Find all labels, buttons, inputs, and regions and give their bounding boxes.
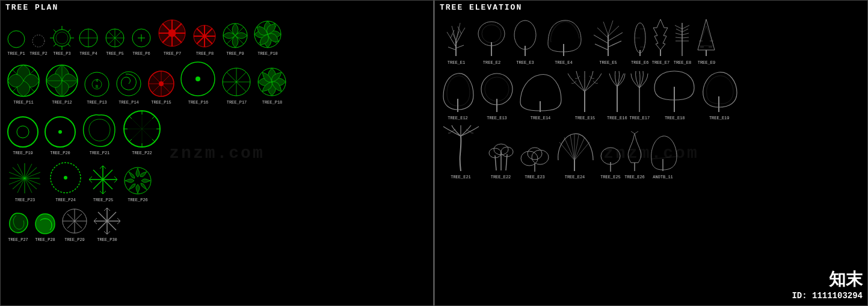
tree-e13: TREE_E13 (477, 70, 517, 122)
tree-e2: TREE_E2 (474, 16, 509, 66)
tree-p23: TREE_P23 (4, 159, 46, 204)
brand-chinese: 知末 (792, 268, 863, 291)
tree-p17: TREE_P17 (219, 64, 254, 106)
tree-p24: TREE_P24 (46, 158, 85, 204)
svg-point-64 (195, 76, 200, 81)
svg-point-28 (168, 30, 176, 37)
tree-p22: TREE_P22 (120, 107, 164, 157)
svg-text:4: 4 (96, 78, 98, 83)
svg-point-1 (32, 35, 45, 47)
tree-p27: TREE_P27 (4, 210, 32, 243)
tree-p7: TREE_P7 (155, 16, 190, 57)
tree-p4: TREE_P4 (75, 25, 102, 57)
tree-e25: TREE_E25 (599, 139, 623, 181)
tree-elevation-panel: TREE ELEVATION znzm.com TREE_E1 (434, 0, 868, 306)
svg-line-134 (451, 30, 454, 38)
svg-line-152 (597, 28, 608, 38)
tree-p9: TREE_P9 (220, 20, 251, 57)
svg-line-169 (682, 29, 688, 32)
tree-p30: TREE_P30 (91, 205, 123, 243)
tree-e14: TREE_E14 (517, 70, 564, 122)
tree-e15: TREE_E15 (564, 67, 606, 122)
tree-e17: TREE_E17 (629, 67, 651, 122)
right-panel-title: TREE ELEVATION (435, 1, 867, 14)
tree-e3: TREE_E3 (509, 16, 541, 66)
tree-p2: TREE_P2 (28, 31, 49, 57)
tree-e7: TREE_E7 (650, 16, 671, 66)
left-panel-title: TREE PLAN (1, 1, 433, 14)
svg-line-205 (574, 142, 589, 160)
svg-line-133 (447, 32, 451, 38)
svg-line-154 (603, 22, 608, 35)
tree-e9: TREE_E9 (693, 16, 719, 66)
svg-point-145 (514, 20, 536, 49)
tree-p6: TREE_P6 (128, 25, 155, 57)
svg-line-168 (682, 25, 689, 29)
anotb-11: ANOTB_11 (647, 131, 679, 181)
svg-line-163 (675, 25, 682, 29)
svg-point-0 (8, 31, 25, 48)
tree-p21: TREE_P21 (79, 109, 120, 157)
tree-e24: TREE_E24 (551, 129, 599, 181)
tree-e22: TREE_E22 (483, 136, 519, 181)
svg-line-166 (676, 37, 682, 38)
brand-id: ID: 1111103294 (792, 291, 863, 301)
tree-e26: TREE_E26 (623, 129, 647, 181)
tree-plan-panel: TREE PLAN znzm.com TREE_P1 TREE_P2 (0, 0, 434, 306)
svg-line-8 (68, 30, 70, 32)
tree-e23: TREE_E23 (519, 139, 551, 181)
svg-point-74 (58, 130, 62, 134)
tree-p19: TREE_P19 (4, 113, 42, 157)
svg-line-209 (631, 131, 635, 134)
svg-line-170 (682, 33, 689, 35)
tree-e8: TREE_E8 (671, 16, 693, 66)
svg-line-140 (456, 23, 460, 41)
tree-p15: TREE_P15 (145, 67, 177, 106)
svg-line-148 (595, 44, 608, 50)
tree-p25: TREE_P25 (85, 162, 121, 204)
svg-line-171 (682, 37, 689, 38)
tree-e4: TREE_E4 (541, 16, 586, 66)
svg-line-199 (559, 142, 574, 160)
tree-p8: TREE_P8 (190, 22, 220, 57)
svg-point-195 (521, 151, 538, 166)
tree-p1: TREE_P1 (4, 27, 28, 57)
svg-line-210 (635, 131, 638, 134)
tree-p5: TREE_P5 (102, 25, 128, 57)
tree-p11: TREE_P11 (4, 61, 43, 106)
tree-p29: TREE_P29 (58, 205, 91, 243)
svg-line-212 (651, 157, 677, 159)
tree-p13: 4 B TREE_P13 (81, 69, 112, 106)
svg-line-149 (608, 41, 621, 47)
svg-line-165 (676, 33, 682, 35)
tree-e18: TREE_E18 (651, 67, 698, 122)
tree-e21: TREE_E21 (439, 123, 483, 181)
svg-point-197 (528, 148, 542, 160)
tree-p20: TREE_P20 (42, 113, 79, 157)
svg-line-132 (456, 45, 464, 48)
tree-p26: TREE_P26 (121, 164, 155, 204)
tree-e5: TREE_E5 (586, 16, 630, 66)
tree-p12: TREE_P12 (43, 61, 81, 106)
svg-text:B: B (96, 84, 98, 89)
svg-point-3 (56, 32, 68, 44)
svg-point-207 (601, 148, 620, 164)
svg-line-131 (448, 47, 456, 50)
svg-line-201 (570, 135, 574, 160)
tree-p16: TREE_P16 (177, 58, 219, 106)
svg-line-153 (608, 26, 619, 36)
tree-p3: TREE_P3 (49, 25, 75, 57)
tree-p14: TREE_P14 (112, 67, 145, 106)
svg-point-71 (8, 117, 38, 147)
svg-line-11 (68, 44, 70, 46)
svg-line-200 (564, 137, 574, 160)
tree-p10: TREE_P10 (251, 17, 285, 57)
svg-point-97 (64, 176, 67, 180)
svg-line-9 (54, 44, 56, 46)
svg-line-10 (54, 30, 56, 32)
svg-line-203 (574, 135, 579, 160)
svg-line-136 (461, 28, 465, 34)
svg-point-72 (17, 126, 29, 138)
tree-e1: TREE_E1 (439, 16, 474, 66)
brand-badge: 知末 ID: 1111103294 (792, 268, 863, 301)
